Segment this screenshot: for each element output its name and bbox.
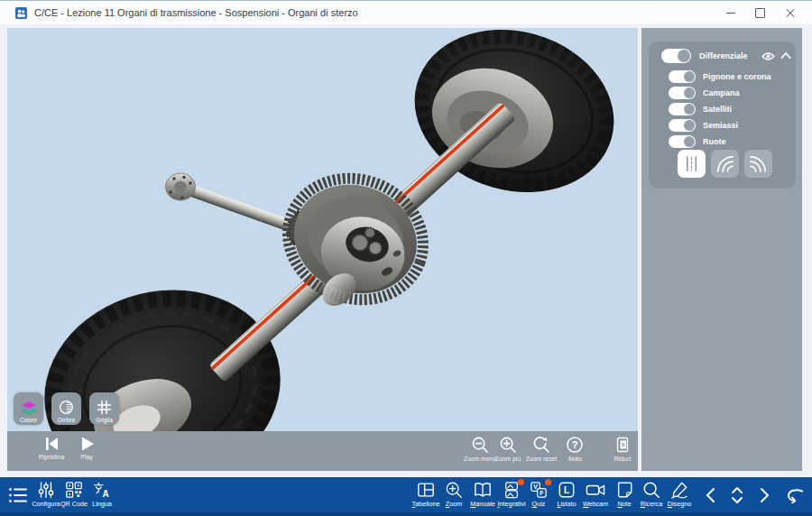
help-icon: ? xyxy=(566,436,584,454)
board-grid-icon xyxy=(417,481,435,499)
layers-color-icon xyxy=(21,401,37,415)
differential-3d-model xyxy=(7,28,638,431)
straight-road-icon xyxy=(682,154,701,173)
zoom-reset-icon xyxy=(532,436,550,454)
play-icon xyxy=(78,436,96,452)
video-camera-icon xyxy=(586,481,605,499)
toggle-satelliti[interactable] xyxy=(669,103,696,115)
colore-label: Colore xyxy=(20,417,37,423)
svg-text:?: ? xyxy=(572,439,578,450)
window-bottom-edge xyxy=(0,512,812,516)
magnifier-plus-icon xyxy=(445,481,463,499)
svg-text:A: A xyxy=(102,489,108,499)
menu-button[interactable] xyxy=(5,477,31,512)
minimize-icon xyxy=(726,13,735,14)
ruote-label: Ruote xyxy=(703,137,726,146)
curve-left-road-icon xyxy=(749,154,768,173)
disegno-button[interactable]: Disegno xyxy=(661,481,697,508)
chevron-up-icon[interactable] xyxy=(780,51,791,60)
chevron-right-icon xyxy=(759,487,771,503)
semiassi-label: Semiassi xyxy=(703,121,738,130)
titlebar: C/CE - Lezione 11 Organi di trasmissione… xyxy=(0,1,812,25)
close-icon xyxy=(786,8,795,17)
pignone-label: Pignone e corona xyxy=(703,72,771,81)
toggle-differenziale[interactable] xyxy=(661,49,691,63)
toggle-campana[interactable] xyxy=(669,87,696,99)
app-icon xyxy=(15,7,27,19)
toggle-knob xyxy=(684,104,695,115)
return-arrow-icon xyxy=(785,487,803,503)
toggle-knob xyxy=(684,120,695,131)
shadows-icon xyxy=(59,400,74,415)
next-button[interactable] xyxy=(752,477,778,512)
expand-lessons-button[interactable] xyxy=(724,477,750,512)
listing-icon: L xyxy=(558,481,576,499)
open-book-icon xyxy=(474,481,492,499)
prev-button[interactable] xyxy=(697,477,723,512)
svg-text:L: L xyxy=(564,485,569,495)
play-button[interactable]: Play xyxy=(67,436,106,460)
zoom-out-icon xyxy=(471,436,489,454)
curve-right-road-icon xyxy=(715,154,734,173)
note-page-icon xyxy=(615,481,633,499)
translate-icon: A xyxy=(93,481,111,499)
ombre-label: Ombre xyxy=(58,417,76,423)
colore-button[interactable]: Colore xyxy=(14,392,43,425)
help-button[interactable]: ? Aiuto xyxy=(555,436,595,462)
toggle-semiassi[interactable] xyxy=(669,119,696,132)
search-icon xyxy=(642,481,660,499)
skip-to-start-icon xyxy=(42,436,60,452)
qr-code-icon xyxy=(65,481,83,499)
zoom-in-icon xyxy=(499,436,517,454)
maximize-icon xyxy=(755,8,765,18)
maximize-button[interactable] xyxy=(745,1,775,24)
grid-icon xyxy=(97,400,112,415)
svg-text:F: F xyxy=(540,490,543,496)
toggle-pignone-e-corona[interactable] xyxy=(669,70,696,83)
toggle-knob xyxy=(678,50,690,62)
differenziale-label: Differenziale xyxy=(699,51,748,60)
lingua-button[interactable]: A Lingua xyxy=(84,481,120,508)
pen-drawing-icon xyxy=(670,481,688,499)
viewport-toolbar: Colore Ombre xyxy=(14,392,119,425)
reduce-button[interactable]: Riduci xyxy=(603,436,642,462)
toggle-knob xyxy=(684,136,695,147)
window-title: C/CE - Lezione 11 Organi di trasmissione… xyxy=(34,7,358,18)
eye-icon[interactable] xyxy=(761,51,775,61)
back-return-button[interactable] xyxy=(781,477,807,512)
app-window: C/CE - Lezione 11 Organi di trasmissione… xyxy=(0,0,812,516)
viewport-3d[interactable]: Colore Ombre xyxy=(7,28,638,431)
chevron-left-icon xyxy=(704,487,716,503)
toggle-ruote[interactable] xyxy=(669,135,696,148)
minimize-button[interactable] xyxy=(715,1,745,24)
road-curve-left-button[interactable] xyxy=(744,150,772,178)
campana-label: Campana xyxy=(703,88,740,97)
griglia-label: Griglia xyxy=(96,417,113,423)
sliders-icon xyxy=(37,481,55,499)
close-button[interactable] xyxy=(775,1,805,24)
ombre-button[interactable]: Ombre xyxy=(51,392,81,425)
toggle-knob xyxy=(684,88,695,98)
list-menu-icon xyxy=(8,486,28,504)
toggle-knob xyxy=(684,71,695,82)
collapse-panel-icon xyxy=(614,436,632,454)
road-curve-right-button[interactable] xyxy=(711,150,739,178)
griglia-button[interactable]: Griglia xyxy=(89,392,119,425)
playback-bar: Ripristina Play MIN Velocità MAX − + Zoo… xyxy=(7,431,638,471)
ripristina-button[interactable]: Ripristina xyxy=(32,436,71,460)
layers-panel: Differenziale Pignone e corona Campana S… xyxy=(649,41,796,189)
right-sidebar: Differenziale Pignone e corona Campana S… xyxy=(641,28,802,471)
satelliti-label: Satelliti xyxy=(703,105,732,114)
chevrons-up-down-icon xyxy=(730,485,744,505)
road-straight-button[interactable] xyxy=(678,150,706,178)
bottom-toolbar: Configura QR Code A Lingua xyxy=(0,477,812,512)
